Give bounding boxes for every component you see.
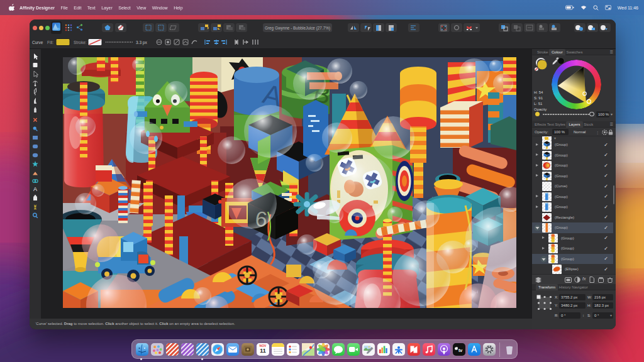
svg-text:A: A bbox=[33, 186, 37, 192]
svg-text:Curve: Curve bbox=[32, 40, 43, 45]
svg-text:Fill:: Fill: bbox=[47, 40, 53, 45]
svg-text:3.3 px: 3.3 px bbox=[136, 40, 147, 45]
svg-text:tv: tv bbox=[458, 348, 462, 353]
svg-text:Greg Gwynne - BubbleJuice (27.: Greg Gwynne - BubbleJuice (27.7%) bbox=[265, 26, 330, 31]
svg-text:Stroke:: Stroke: bbox=[74, 40, 87, 45]
